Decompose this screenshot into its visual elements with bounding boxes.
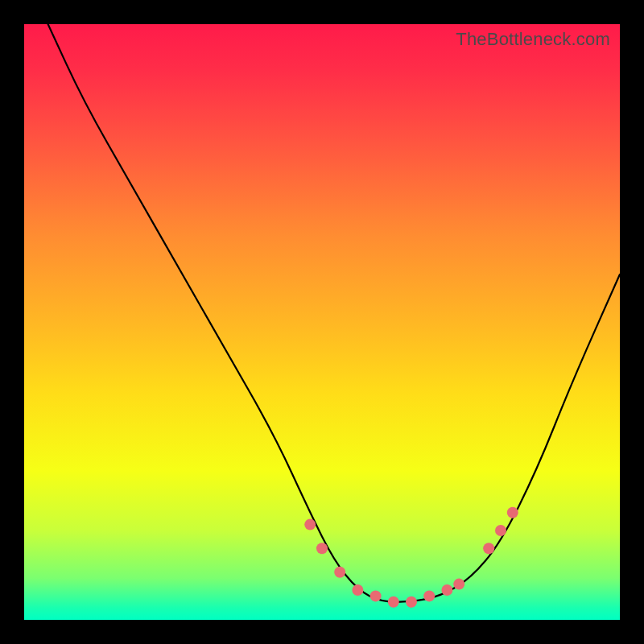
marker-point [316, 543, 328, 554]
marker-point [334, 567, 345, 578]
marker-group [304, 507, 518, 608]
marker-point [495, 525, 506, 536]
marker-point [423, 590, 435, 601]
plot-area: TheBottleneck.com [24, 24, 620, 620]
marker-point [507, 507, 518, 518]
chart-svg [24, 24, 620, 620]
marker-point [483, 543, 494, 554]
marker-point [352, 584, 363, 596]
bottleneck-curve [48, 24, 620, 602]
marker-point [304, 519, 316, 530]
marker-point [388, 597, 399, 608]
marker-point [441, 584, 452, 596]
marker-point [453, 579, 464, 590]
marker-point [370, 590, 382, 601]
marker-point [406, 597, 417, 608]
